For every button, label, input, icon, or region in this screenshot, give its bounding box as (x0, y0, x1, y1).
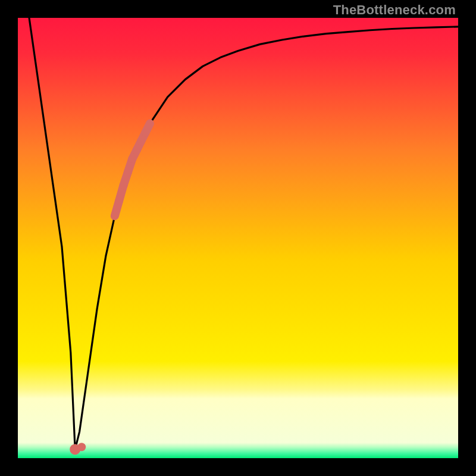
gradient-background (18, 18, 458, 458)
chart-frame: TheBottleneck.com (0, 0, 476, 476)
watermark-text: TheBottleneck.com (333, 2, 456, 18)
plot-area (18, 18, 458, 458)
highlight-segment (146, 124, 150, 133)
chart-svg (18, 18, 458, 458)
min-point-marker-tail (77, 443, 86, 451)
